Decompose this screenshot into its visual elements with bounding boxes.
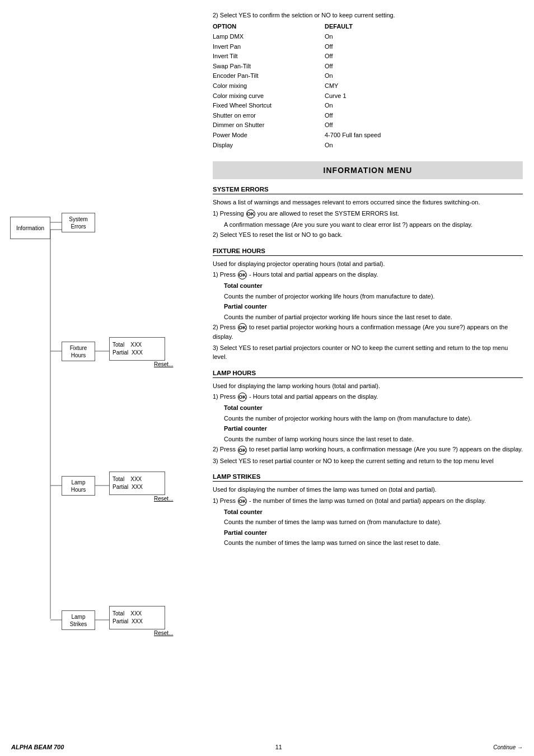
lamp-hours-reset-link[interactable]: Reset...	[154, 496, 173, 502]
section-title-system_errors: SYSTEM ERRORS	[213, 186, 523, 194]
lamp-strikes-reset-link[interactable]: Reset...	[154, 630, 173, 636]
option-value: Curve 1	[325, 91, 437, 101]
option-name: Dimmer on Shutter	[213, 120, 325, 130]
options-table: Lamp DMXOnInvert PanOffInvert TiltOffSwa…	[213, 32, 523, 150]
option-value: On	[325, 71, 437, 81]
option-value: Off	[325, 120, 437, 130]
section-title-fixture_hours: FIXTURE HOURS	[213, 248, 523, 256]
sections-container: SYSTEM ERRORSShows a list of warnings an…	[213, 186, 523, 548]
option-name: Invert Pan	[213, 42, 325, 52]
section-body-lamp_hours: Used for displaying the lamp working hou…	[213, 381, 523, 465]
section-line: Used for displaying the number of times …	[213, 485, 523, 494]
lamp-strikes-node: LampStrikes	[62, 610, 95, 630]
section-line: Counts the number of times the lamp was …	[224, 517, 523, 527]
section-line: Partial counter	[224, 528, 523, 538]
option-name: Color mixing	[213, 81, 325, 91]
option-name: Display	[213, 141, 325, 151]
option-value: Off	[325, 111, 437, 121]
section-lamp_hours: LAMP HOURSUsed for displaying the lamp w…	[213, 370, 523, 465]
section-body-fixture_hours: Used for displaying projector operating …	[213, 259, 523, 362]
footer: ALPHA BEAM 700 11 Continue →	[0, 744, 534, 750]
section-fixture_hours: FIXTURE HOURSUsed for displaying project…	[213, 248, 523, 362]
section-line: 3) Select YES to reset partial projector…	[213, 343, 523, 362]
ok-icon: OK	[238, 323, 247, 332]
section-line: 3) Select YES to reset partial counter o…	[213, 456, 523, 466]
section-line: Counts the number of times the lamp was …	[224, 538, 523, 548]
section-body-system_errors: Shows a list of warnings and messages re…	[213, 198, 523, 240]
continue-label: Continue →	[493, 744, 523, 750]
option-name: Invert Tilt	[213, 52, 325, 62]
option-value: Off	[325, 62, 437, 72]
option-value: On	[325, 101, 437, 111]
fixture-hours-values: Total XXX Partial XXX	[109, 337, 165, 361]
fixture-hours-node: FixtureHours	[62, 342, 95, 361]
intro-text: 2) Select YES to confirm the selction or…	[213, 11, 523, 20]
option-name: Fixed Wheel Shortcut	[213, 101, 325, 111]
col2-header: DEFAULT	[325, 22, 437, 32]
section-line: Counts the number of lamp working hours …	[224, 435, 523, 444]
ok-icon: OK	[238, 270, 247, 279]
option-name: Swap Pan-Tilt	[213, 62, 325, 72]
section-line: Counts the number of projector working h…	[224, 414, 523, 423]
section-line: Total counter	[224, 507, 523, 517]
fixture-reset-link[interactable]: Reset...	[154, 361, 173, 367]
brand-label: ALPHA BEAM 700	[11, 744, 64, 750]
section-line: Counts the number of partial projector w…	[224, 312, 523, 322]
section-system_errors: SYSTEM ERRORSShows a list of warnings an…	[213, 186, 523, 240]
left-panel: Information SystemErrors FixtureHours To…	[0, 157, 207, 734]
lamp-strikes-values: Total XXX Partial XXX	[109, 606, 165, 629]
section-lamp_strikes: LAMP STRIKESUsed for displaying the numb…	[213, 473, 523, 548]
option-name: Encoder Pan-Tilt	[213, 71, 325, 81]
section-title-lamp_hours: LAMP HOURS	[213, 370, 523, 378]
section-line: 1) Press OK - Hours total and partial ap…	[213, 270, 523, 279]
section-line: Total counter	[224, 281, 523, 291]
section-line: Used for displaying the lamp working hou…	[213, 381, 523, 391]
ok-icon: OK	[238, 393, 247, 402]
option-value: 4-700 Full fan speed	[325, 130, 437, 141]
option-name: Shutter on error	[213, 111, 325, 121]
option-value: On	[325, 32, 437, 42]
option-table: OPTION DEFAULT	[213, 22, 523, 32]
diagram-container: Information SystemErrors FixtureHours To…	[0, 157, 207, 689]
section-line: 1) Press OK - the number of times the la…	[213, 496, 523, 506]
section-line: Partial counter	[224, 302, 523, 311]
info-menu-header: INFORMATION MENU	[213, 161, 523, 179]
page: 2) Select YES to confirm the selction or…	[0, 0, 534, 756]
section-line: A confirmation message (Are you sure you…	[224, 220, 523, 230]
option-value: Off	[325, 52, 437, 62]
section-body-lamp_strikes: Used for displaying the number of times …	[213, 485, 523, 548]
option-value: On	[325, 141, 437, 151]
top-table: 2) Select YES to confirm the selction or…	[213, 11, 523, 150]
section-line: 1) Press OK - Hours total and partial ap…	[213, 392, 523, 402]
section-line: Total counter	[224, 403, 523, 413]
system-errors-node: SystemErrors	[62, 213, 95, 232]
option-name: Power Mode	[213, 130, 325, 141]
right-panel: 2) Select YES to confirm the selction or…	[207, 0, 534, 567]
section-line: 2) Select YES to reset the list or NO to…	[213, 230, 523, 240]
info-label-box: Information	[10, 217, 50, 239]
option-name: Lamp DMX	[213, 32, 325, 42]
section-line: Used for displaying projector operating …	[213, 259, 523, 269]
section-title-lamp_strikes: LAMP STRIKES	[213, 473, 523, 482]
ok-icon: OK	[246, 209, 255, 218]
lamp-hours-values: Total XXX Partial XXX	[109, 472, 165, 495]
section-line: 1) Pressing OK you are allowed to reset …	[213, 209, 523, 218]
ok-icon: OK	[238, 446, 247, 455]
section-line: 2) Press OK to reset partial projector w…	[213, 323, 523, 342]
section-line: Partial counter	[224, 424, 523, 433]
option-value: Off	[325, 42, 437, 52]
section-line: Counts the number of projector working l…	[224, 292, 523, 301]
option-value: CMY	[325, 81, 437, 91]
col1-header: OPTION	[213, 22, 325, 32]
section-line: 2) Press OK to reset partial lamp workin…	[213, 445, 523, 454]
page-number: 11	[275, 744, 282, 750]
option-name: Color mixing curve	[213, 91, 325, 101]
lamp-hours-node: LampHours	[62, 476, 95, 496]
section-line: Shows a list of warnings and messages re…	[213, 198, 523, 207]
ok-icon: OK	[238, 497, 247, 506]
